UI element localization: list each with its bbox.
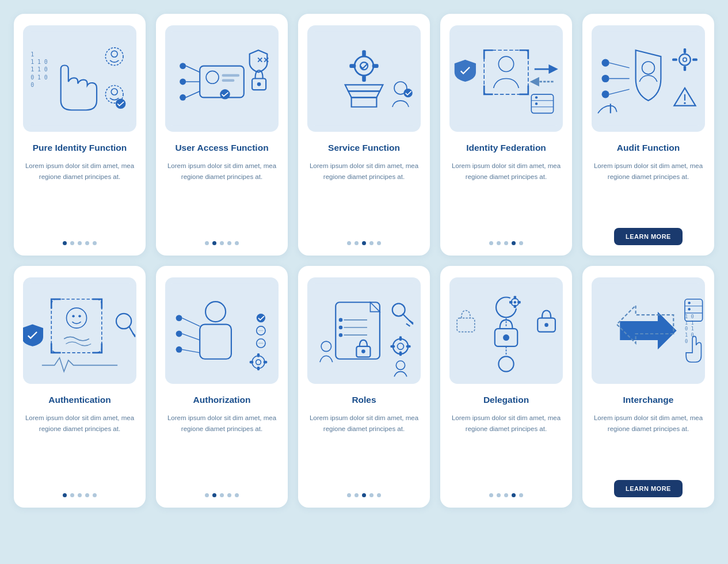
svg-rect-114 [514,296,516,299]
dot-1 [205,241,209,245]
svg-point-17 [180,63,186,69]
illustration-service [307,25,421,132]
card-pure-identity: 1 1 1 0 1 1 0 0 1 0 0 Pure Identity [14,14,146,256]
dot-3 [504,493,508,497]
svg-point-24 [257,82,261,86]
dot-4 [227,493,231,497]
dot-5 [93,241,97,245]
svg-point-136 [688,308,690,310]
dot-2 [355,241,359,245]
svg-rect-56 [684,66,686,71]
svg-text:0: 0 [31,82,34,88]
dot-4 [369,493,373,497]
dot-1 [205,493,209,497]
illustration-authentication [23,277,136,384]
dot-1 [63,241,67,245]
dot-1 [489,493,493,497]
learn-more-button-audit[interactable]: LEARN MORE [614,228,683,245]
dot-3 [220,241,224,245]
svg-rect-104 [399,352,402,356]
dot-5 [93,493,97,497]
card-authentication: Authentication Lorem ipsum dolor sit dim… [14,266,146,508]
dot-3 [504,241,508,245]
card-body-authorization: Lorem ipsum dolor sit dim amet, mea regi… [165,413,279,485]
svg-point-35 [403,89,412,97]
svg-point-113 [514,301,516,303]
card-service: Service Function Lorem ipsum dolor sit d… [298,14,430,256]
dots-identity-federation [489,241,523,245]
card-title-user-access: User Access Function [175,142,268,154]
svg-point-42 [535,96,538,98]
dot-5 [377,493,381,497]
svg-text:0: 0 [685,338,688,344]
card-body-roles: Lorem ipsum dolor sit dim amet, mea regi… [307,413,421,485]
svg-text:0 1 0: 0 1 0 [31,74,48,81]
card-body-pure-identity: Lorem ipsum dolor sit dim amet, mea regi… [23,161,136,233]
dots-authentication [63,493,97,497]
dot-4 [227,241,231,245]
dot-2 [212,241,216,245]
svg-point-78 [257,314,265,322]
dots-service [347,241,381,245]
dot-5 [235,493,239,497]
svg-rect-83 [257,353,260,357]
card-title-service: Service Function [328,142,400,154]
svg-rect-31 [362,75,366,82]
dot-2 [70,241,74,245]
svg-rect-15 [222,79,235,82]
svg-rect-87 [307,283,421,378]
svg-rect-115 [514,305,516,308]
card-title-roles: Roles [352,394,376,406]
dot-4 [369,241,373,245]
dot-3 [78,493,82,497]
learn-more-button-interchange[interactable]: LEARN MORE [614,480,683,497]
dot-3 [220,493,224,497]
svg-rect-86 [264,361,268,363]
illustration-interchange: 1 0 1 1 0 1 1 0 0 [592,277,705,384]
dot-4 [512,493,516,497]
svg-rect-105 [390,345,395,348]
svg-point-19 [180,94,186,101]
dot-1 [347,241,351,245]
dot-1 [489,241,493,245]
dots-delegation [489,493,523,497]
dot-3 [78,241,82,245]
svg-rect-55 [684,48,686,54]
dot-2 [212,493,216,497]
card-grid: 1 1 1 0 1 1 0 0 1 0 0 Pure Identity [14,14,714,508]
illustration-audit [592,25,705,132]
svg-point-60 [684,102,685,104]
card-body-user-access: Lorem ipsum dolor sit dim amet, mea regi… [165,161,279,233]
card-body-authentication: Lorem ipsum dolor sit dim amet, mea regi… [23,413,136,485]
svg-rect-57 [672,58,677,60]
card-body-delegation: Lorem ipsum dolor sit dim amet, mea regi… [449,413,563,485]
dot-4 [85,493,89,497]
card-body-audit: Lorem ipsum dolor sit dim amet, mea regi… [592,161,705,220]
svg-point-65 [78,315,81,317]
svg-rect-116 [509,301,512,303]
svg-rect-33 [372,64,379,68]
svg-point-10 [116,99,126,109]
illustration-authorization [165,277,279,384]
illustration-roles [307,277,421,384]
dot-1 [347,493,351,497]
card-delegation: Delegation Lorem ipsum dolor sit dim ame… [440,266,572,508]
dot-4 [512,241,516,245]
dots-pure-identity [63,241,97,245]
card-title-authentication: Authentication [48,394,111,406]
svg-point-100 [361,349,365,353]
card-body-identity-federation: Lorem ipsum dolor sit dim amet, mea regi… [449,161,563,233]
card-title-identity-federation: Identity Federation [466,142,546,154]
svg-text:1 1 0: 1 1 0 [31,59,48,65]
svg-point-47 [602,75,609,82]
dot-5 [377,241,381,245]
card-identity-federation: Identity Federation Lorem ipsum dolor si… [440,14,572,256]
svg-point-91 [339,326,343,330]
card-title-interchange: Interchange [623,394,674,406]
dot-2 [497,241,501,245]
dot-4 [85,241,89,245]
svg-point-18 [180,79,186,85]
svg-point-119 [503,334,509,341]
dot-2 [70,493,74,497]
svg-point-64 [72,315,74,317]
